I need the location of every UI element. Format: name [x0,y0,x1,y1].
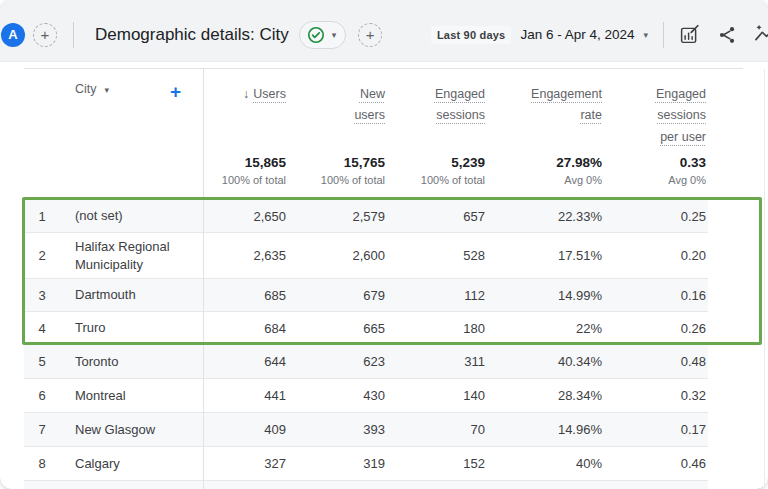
total-value: 0.33 [604,155,706,170]
totals-cell: 27.98% Avg 0% [487,139,604,199]
share-icon[interactable] [717,25,737,45]
metric-header-label[interactable]: Users [253,87,286,101]
metric-header-label[interactable]: Engaged sessions [435,87,485,122]
engagement-rate-cell: 40.34% [487,354,604,369]
engagement-rate-cell: 14.99% [487,288,604,303]
engaged-sessions-per-user-cell: 0.20 [604,248,708,263]
metric-column-header[interactable]: Engagement rate [487,69,604,148]
total-sublabel: Avg 0% [487,174,602,186]
new-users-cell: 393 [288,422,387,437]
users-cell: 684 [203,321,288,336]
metric-header-label[interactable]: New users [354,87,385,122]
divider [663,22,664,48]
table-row: 7 New Glasgow 409 393 70 14.96% 0.17 [24,412,708,446]
new-users-cell: 623 [288,354,387,369]
new-users-cell: 2,579 [288,209,387,224]
divider [73,22,74,48]
table-row: 6 Montreal 441 430 140 28.34% 0.32 [24,378,708,412]
engaged-sessions-per-user-cell: 0.46 [604,456,708,471]
engaged-sessions-per-user-cell: 0.26 [604,321,708,336]
row-number: 3 [24,288,60,303]
engaged-sessions-per-user-cell: 0.17 [604,422,708,437]
total-sublabel: Avg 0% [604,174,706,186]
table-column-divider [203,69,204,489]
users-cell: 685 [203,288,288,303]
dimension-selector[interactable]: City [75,82,97,96]
city-cell: Halifax Regional Municipality [60,238,203,273]
insights-icon[interactable] [754,24,768,46]
row-number: 1 [24,209,60,224]
chevron-down-icon[interactable]: ▾ [643,30,648,40]
add-dimension-button[interactable]: + [170,82,181,101]
metric-column-header[interactable]: New users [288,69,387,148]
page-title: Demographic details: City [95,25,289,45]
engaged-sessions-cell: 70 [387,422,487,437]
add-comparison-button[interactable]: + [358,23,382,47]
row-number: 8 [24,456,60,471]
city-cell: Truro [60,319,203,337]
metric-column-header[interactable]: ↓Users [203,69,288,148]
metric-header-label[interactable]: Engaged sessions per user [656,87,706,144]
row-number: 4 [24,321,60,336]
date-range-value[interactable]: Jan 6 - Apr 4, 2024 [520,27,634,42]
city-cell: Montreal [60,387,203,405]
row-number: 2 [24,248,60,263]
table-row: 3 Dartmouth 685 679 112 14.99% 0.16 [24,278,708,311]
table-row: 8 Calgary 327 319 152 40% 0.46 [24,446,708,480]
new-users-cell: 319 [288,456,387,471]
metric-header-label[interactable]: Engagement rate [531,87,602,122]
table-body: 1 (not set) 2,650 2,579 657 22.33% 0.25 … [24,199,708,489]
analytics-report-card: A + Demographic details: City ▾ + Last 9… [0,0,768,489]
users-cell: 441 [203,388,288,403]
table-header-row: City ▾ + ↓Users New users Engaged sessio… [24,69,708,139]
edit-chart-icon[interactable] [679,24,700,45]
table-row: 4 Truro 684 665 180 22% 0.26 [24,311,708,344]
city-cell: (not set) [60,207,203,225]
engaged-sessions-per-user-cell: 0.32 [604,388,708,403]
new-users-cell: 679 [288,288,387,303]
users-cell: 2,650 [203,209,288,224]
row-number: 7 [24,422,60,437]
add-tab-button[interactable]: + [33,23,57,47]
total-value: 27.98% [487,155,602,170]
top-bar: A + Demographic details: City ▾ + Last 9… [0,0,768,62]
engaged-sessions-per-user-cell: 0.25 [604,209,708,224]
check-circle-icon [307,26,325,44]
table-row: 5 Toronto 644 623 311 40.34% 0.48 [24,344,708,378]
users-cell: 327 [203,456,288,471]
scroll-edge-line [764,69,765,489]
engaged-sessions-cell: 657 [387,209,487,224]
report-status-dropdown[interactable]: ▾ [299,21,347,49]
total-value: 15,865 [203,155,286,170]
engaged-sessions-per-user-cell: 0.16 [604,288,708,303]
chevron-down-icon[interactable]: ▾ [105,85,110,95]
totals-row: 15,865 100% of total 15,765 100% of tota… [24,139,708,199]
metric-column-header[interactable]: Engaged sessions per user [604,69,708,148]
engagement-rate-cell: 17.51% [487,248,604,263]
row-number: 6 [24,388,60,403]
avatar[interactable]: A [1,23,25,47]
table-row-partial [24,480,708,489]
engaged-sessions-cell: 112 [387,288,487,303]
users-cell: 409 [203,422,288,437]
date-range-preset-label: Last 90 days [431,26,511,44]
engagement-rate-cell: 22% [487,321,604,336]
city-cell: Toronto [60,353,203,371]
engagement-rate-cell: 14.96% [487,422,604,437]
totals-cell: 5,239 100% of total [387,139,487,199]
users-cell: 2,635 [203,248,288,263]
row-number-header [24,69,60,148]
engaged-sessions-cell: 180 [387,321,487,336]
metric-column-header[interactable]: Engaged sessions [387,69,487,148]
total-sublabel: 100% of total [288,174,385,186]
totals-cell: 15,765 100% of total [288,139,387,199]
total-value: 5,239 [387,155,485,170]
totals-cell: 0.33 Avg 0% [604,139,708,199]
totals-cell: 15,865 100% of total [203,139,288,199]
city-cell: New Glasgow [60,421,203,439]
new-users-cell: 665 [288,321,387,336]
engaged-sessions-per-user-cell: 0.48 [604,354,708,369]
engaged-sessions-cell: 528 [387,248,487,263]
dimension-header-cell: City ▾ + [60,69,203,148]
table-row: 1 (not set) 2,650 2,579 657 22.33% 0.25 [24,199,708,232]
